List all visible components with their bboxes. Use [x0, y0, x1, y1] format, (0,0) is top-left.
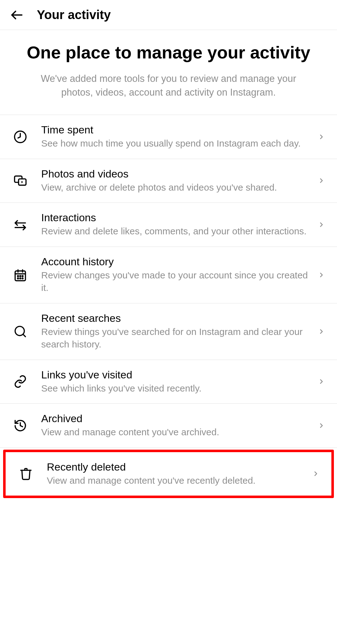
calendar-icon: [9, 268, 31, 282]
activity-list: Time spent See how much time you usually…: [0, 115, 337, 448]
row-title: Interactions: [41, 212, 309, 224]
arrow-left-icon: [9, 7, 24, 22]
row-subtitle: Review things you've searched for on Ins…: [41, 326, 309, 351]
history-icon: [9, 419, 31, 432]
page-title: Your activity: [37, 8, 111, 22]
svg-point-16: [22, 278, 23, 279]
svg-point-13: [22, 276, 23, 277]
trash-icon: [15, 467, 37, 481]
row-recently-deleted[interactable]: Recently deleted View and manage content…: [6, 452, 331, 496]
svg-line-18: [23, 334, 25, 337]
row-title: Photos and videos: [41, 168, 309, 180]
chevron-right-icon: [315, 133, 328, 141]
intro-section: One place to manage your activity We've …: [0, 30, 337, 115]
chevron-right-icon: [315, 378, 328, 385]
row-subtitle: See which links you've visited recently.: [41, 382, 309, 395]
row-subtitle: Review changes you've made to your accou…: [41, 269, 309, 294]
svg-point-12: [20, 276, 21, 277]
row-title: Time spent: [41, 124, 309, 136]
row-recent-searches[interactable]: Recent searches Review things you've sea…: [0, 303, 337, 360]
row-account-history[interactable]: Account history Review changes you've ma…: [0, 247, 337, 303]
svg-point-14: [17, 278, 18, 279]
row-time-spent[interactable]: Time spent See how much time you usually…: [0, 115, 337, 159]
chevron-right-icon: [315, 422, 328, 429]
row-title: Recently deleted: [47, 461, 303, 473]
svg-point-15: [20, 278, 21, 279]
back-button[interactable]: [9, 7, 24, 22]
row-links-visited[interactable]: Links you've visited See which links you…: [0, 360, 337, 404]
row-subtitle: Review and delete likes, comments, and y…: [41, 225, 309, 238]
chevron-right-icon: [315, 221, 328, 228]
highlight-annotation: Recently deleted View and manage content…: [3, 450, 334, 498]
chevron-right-icon: [310, 470, 322, 477]
page-header: Your activity: [0, 0, 337, 30]
row-interactions[interactable]: Interactions Review and delete likes, co…: [0, 203, 337, 247]
row-title: Links you've visited: [41, 369, 309, 381]
row-subtitle: View and manage content you've recently …: [47, 474, 303, 487]
row-title: Archived: [41, 412, 309, 425]
row-subtitle: View, archive or delete photos and video…: [41, 181, 309, 194]
clock-icon: [9, 130, 31, 144]
photos-videos-icon: [9, 174, 31, 187]
link-icon: [9, 375, 31, 388]
intro-heading: One place to manage your activity: [19, 42, 318, 62]
row-title: Recent searches: [41, 312, 309, 324]
row-photos-videos[interactable]: Photos and videos View, archive or delet…: [0, 159, 337, 203]
chevron-right-icon: [315, 328, 328, 335]
row-subtitle: View and manage content you've archived.: [41, 426, 309, 439]
chevron-right-icon: [315, 271, 328, 279]
row-archived[interactable]: Archived View and manage content you've …: [0, 404, 337, 448]
svg-point-11: [17, 276, 18, 277]
arrows-swap-icon: [9, 218, 31, 232]
chevron-right-icon: [315, 177, 328, 184]
intro-subtext: We've added more tools for you to review…: [19, 72, 318, 99]
search-icon: [9, 325, 31, 338]
row-title: Account history: [41, 256, 309, 268]
row-subtitle: See how much time you usually spend on I…: [41, 137, 309, 150]
